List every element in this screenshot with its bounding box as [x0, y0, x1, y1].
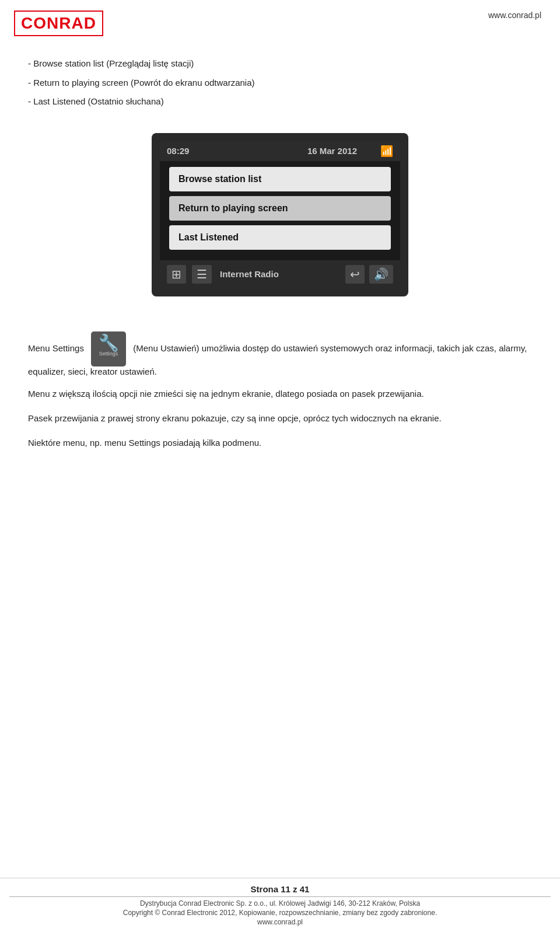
bottom-label: Internet Radio [220, 269, 279, 279]
logo-box: CONRAD [14, 11, 103, 36]
footer-website: www.conrad.pl [9, 918, 551, 926]
bullet-item-2: - Return to playing screen (Powrót do ek… [28, 76, 532, 90]
bottom-right-icons: ↩ 🔊 [345, 265, 393, 284]
footer-copyright: Copyright © Conrad Electronic 2012, Kopi… [9, 909, 551, 917]
screen-date: 16 Mar 2012 [307, 146, 357, 156]
footer-divider [9, 896, 551, 897]
screen-bottombar: ⊞ ☰ Internet Radio ↩ 🔊 [160, 260, 400, 288]
footer-page-number: Strona 11 z 41 [9, 884, 551, 894]
page-footer: Strona 11 z 41 Dystrybucja Conrad Electr… [0, 878, 560, 932]
screen-topbar: 08:29 16 Mar 2012 📶 [160, 141, 400, 161]
footer-company: Dystrybucja Conrad Electronic Sp. z o.o.… [9, 899, 551, 907]
website-url: www.conrad.pl [488, 11, 541, 20]
body-para-1: Menu z większą ilością opcji nie zmieści… [28, 387, 532, 401]
menu-item-return[interactable]: Return to playing screen [169, 196, 391, 221]
bullet-item-3: - Last Listened (Ostatnio słuchana) [28, 95, 532, 109]
device-screen: 08:29 16 Mar 2012 📶 Browse station list … [160, 141, 400, 288]
page-header: CONRAD www.conrad.pl [0, 0, 560, 36]
screen-time: 08:29 [167, 146, 189, 156]
menu-settings-label: Menu Settings [28, 343, 84, 352]
settings-section: Menu Settings 🔧 Settings (Menu Ustawień)… [28, 331, 532, 376]
menu-item-last[interactable]: Last Listened [169, 225, 391, 250]
device-screenshot: 08:29 16 Mar 2012 📶 Browse station list … [152, 133, 408, 296]
main-content: - Browse station list (Przeglądaj listę … [0, 36, 560, 450]
menu-icon[interactable]: ☰ [192, 265, 212, 284]
settings-icon-box: 🔧 Settings [91, 331, 126, 366]
wifi-icon: 📶 [380, 145, 393, 158]
body-para-3: Niektóre menu, np. menu Settings posiada… [28, 436, 532, 450]
volume-icon[interactable]: 🔊 [369, 265, 393, 284]
back-icon[interactable]: ↩ [345, 265, 365, 284]
logo-area: CONRAD [14, 11, 103, 36]
screen-menu: Browse station list Return to playing sc… [160, 161, 400, 260]
menu-item-browse[interactable]: Browse station list [169, 167, 391, 191]
grid-icon[interactable]: ⊞ [167, 265, 186, 284]
body-para-2: Pasek przewijania z prawej strony ekranu… [28, 411, 532, 425]
settings-wrench-icon: 🔧 [91, 335, 126, 351]
settings-icon-label: Settings [91, 351, 126, 357]
bullet-item-1: - Browse station list (Przeglądaj listę … [28, 57, 532, 71]
logo-text: CONRAD [21, 14, 96, 33]
